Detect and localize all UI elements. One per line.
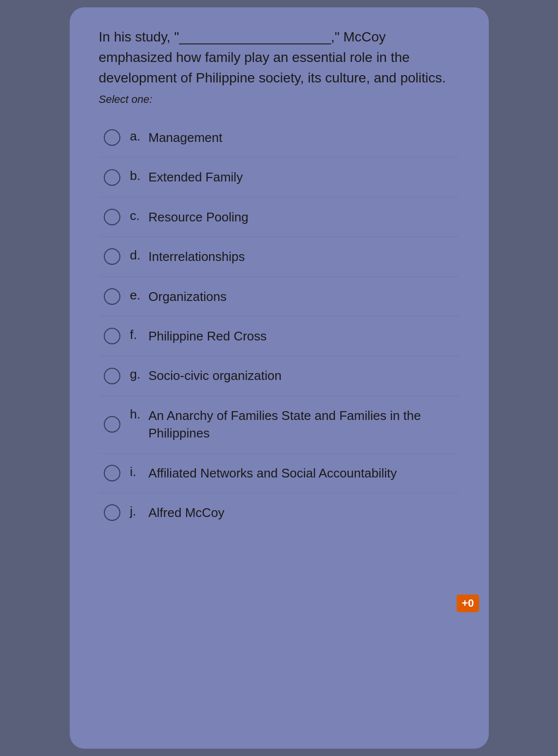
radio-j[interactable] (104, 504, 120, 521)
option-e-content: e. Organizations (130, 288, 455, 305)
radio-c[interactable] (104, 209, 120, 225)
option-g[interactable]: g. Socio-civic organization (99, 356, 460, 396)
option-a-content: a. Management (130, 129, 455, 146)
option-b[interactable]: b. Extended Family (99, 158, 460, 197)
option-e-text: Organizations (149, 288, 227, 305)
option-g-text: Socio-civic organization (149, 367, 282, 384)
option-f-content: f. Philippine Red Cross (130, 327, 455, 345)
option-d-content: d. Interrelationships (130, 248, 455, 265)
option-d-text: Interrelationships (149, 248, 245, 265)
option-f-label: f. (130, 327, 145, 342)
option-h-content: h. An Anarchy of Families State and Fami… (130, 407, 455, 442)
option-e-label: e. (130, 288, 145, 303)
option-i-content: i. Affiliated Networks and Social Accoun… (130, 464, 455, 482)
option-a-label: a. (130, 129, 145, 144)
option-i[interactable]: i. Affiliated Networks and Social Accoun… (99, 454, 460, 493)
option-h-label: h. (130, 407, 145, 422)
score-badge: +0 (457, 595, 479, 612)
select-label: Select one: (99, 93, 460, 106)
option-f-text: Philippine Red Cross (149, 327, 267, 345)
question-text: In his study, "____________________," Mc… (99, 27, 460, 88)
option-e[interactable]: e. Organizations (99, 277, 460, 317)
option-a[interactable]: a. Management (99, 118, 460, 158)
option-i-text: Affiliated Networks and Social Accountab… (149, 464, 397, 482)
option-d[interactable]: d. Interrelationships (99, 237, 460, 277)
option-d-label: d. (130, 248, 145, 263)
radio-d[interactable] (104, 248, 120, 265)
options-list: a. Management b. Extended Family c. Reso… (99, 118, 460, 532)
option-c-label: c. (130, 208, 145, 223)
option-h[interactable]: h. An Anarchy of Families State and Fami… (99, 396, 460, 454)
option-j-content: j. Alfred McCoy (130, 504, 455, 521)
option-i-label: i. (130, 464, 145, 479)
option-b-content: b. Extended Family (130, 168, 455, 186)
option-j[interactable]: j. Alfred McCoy (99, 493, 460, 532)
radio-f[interactable] (104, 328, 120, 344)
option-h-text: An Anarchy of Families State and Familie… (149, 407, 455, 442)
radio-g[interactable] (104, 368, 120, 384)
option-b-label: b. (130, 168, 145, 183)
radio-a[interactable] (104, 129, 120, 146)
option-j-text: Alfred McCoy (149, 504, 225, 521)
radio-e[interactable] (104, 288, 120, 305)
option-g-label: g. (130, 367, 145, 382)
phone-screen: In his study, "____________________," Mc… (70, 7, 489, 749)
option-c[interactable]: c. Resource Pooling (99, 198, 460, 237)
radio-b[interactable] (104, 169, 120, 186)
option-j-label: j. (130, 504, 145, 519)
option-c-text: Resource Pooling (149, 208, 249, 226)
option-c-content: c. Resource Pooling (130, 208, 455, 226)
radio-i[interactable] (104, 465, 120, 481)
option-g-content: g. Socio-civic organization (130, 367, 455, 384)
option-a-text: Management (149, 129, 223, 146)
option-f[interactable]: f. Philippine Red Cross (99, 317, 460, 356)
option-b-text: Extended Family (149, 168, 243, 186)
radio-h[interactable] (104, 416, 120, 433)
